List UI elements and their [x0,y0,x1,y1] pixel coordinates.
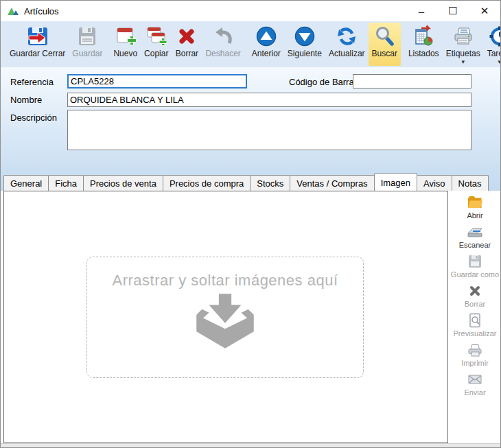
enviar-button[interactable]: Enviar [464,372,485,397]
image-panel: Arrastrar y soltar imágenes aquí [3,191,448,443]
toolbar-button-tareas[interactable]: Tareas ▾ [484,23,501,66]
tab-general[interactable]: General [3,175,49,191]
sidebar-label: Borrar [465,300,486,308]
toolbar-button-deshacer[interactable]: Deshacer [202,23,244,66]
articulos-window: Artículos – ☐ ✕ Guardar Cerrar [0,0,501,448]
next-down-icon [293,25,316,48]
borrar-imagen-button[interactable]: Borrar [465,283,486,308]
imagen-tab-content: Arrastrar y soltar imágenes aquí [1,191,501,448]
toolbar-button-etiquetas[interactable]: Etiquetas ▾ [443,23,484,66]
referencia-label: Referencia [10,77,54,87]
dropzone-text: Arrastrar y soltar imágenes aquí [87,272,363,290]
titlebar: Artículos – ☐ ✕ [1,1,500,21]
image-actions-sidebar: Abrir Escanear [450,195,500,401]
toolbar-button-anterior[interactable]: Anterior [248,23,284,66]
toolbar-button-copiar[interactable]: Copiar [141,23,172,66]
codigo-barras-label: Código de Barras [289,77,358,87]
referencia-input[interactable] [67,74,247,89]
descripcion-label: Descripción [10,113,57,123]
toolbar-button-actualizar[interactable]: Actualizar [325,23,369,66]
toolbar-label: Buscar [372,49,397,58]
toolbar-label: Actualizar [329,49,365,58]
toolbar-label: Nuevo [113,49,137,58]
toolbar-button-listados[interactable]: Listados [405,23,443,66]
toolbar-label: Listados [408,49,439,58]
abrir-button[interactable]: Abrir [467,195,483,220]
codigo-barras-input[interactable] [353,74,471,89]
close-button[interactable]: ✕ [469,1,500,21]
sidebar-label: Escanear [459,241,491,249]
sidebar-label: Imprimir [461,359,489,367]
tab-ficha[interactable]: Ficha [48,175,84,191]
search-icon [373,25,396,48]
image-dropzone[interactable]: Arrastrar y soltar imágenes aquí [86,257,364,378]
toolbar-button-buscar[interactable]: Buscar [369,23,401,66]
reports-icon [412,25,435,48]
maximize-button[interactable]: ☐ [437,1,469,21]
scanner-icon [467,224,483,239]
minimize-button[interactable]: – [406,1,437,21]
descripcion-textarea[interactable] [67,110,471,150]
tasks-clock-icon [488,25,501,48]
save-as-icon [467,254,483,269]
tab-notas[interactable]: Notas [452,175,489,191]
undo-icon [211,25,235,48]
toolbar-button-guardar-cerrar[interactable]: Guardar Cerrar [6,23,69,66]
refresh-icon [335,25,358,48]
toolbar-button-guardar[interactable]: Guardar [69,23,106,66]
window-controls: – ☐ ✕ [406,1,500,21]
toolbar: Guardar Cerrar Guardar [1,21,500,67]
new-item-icon [114,25,137,48]
mail-icon [467,372,483,387]
sidebar-label: Guardar como [451,270,499,279]
toolbar-button-borrar[interactable]: Borrar [172,23,202,66]
tab-aviso[interactable]: Aviso [417,175,452,191]
toolbar-label: Guardar [72,49,102,58]
tab-precios-de-venta[interactable]: Precios de venta [83,175,163,191]
sidebar-label: Previsualizar [454,329,497,338]
toolbar-label: Guardar Cerrar [10,49,65,58]
window-title: Artículos [24,6,59,16]
nombre-input[interactable] [67,93,471,107]
tab-precios-de-compra[interactable]: Precios de compra [163,175,250,191]
tabstrip: General Ficha Precios de venta Precios d… [3,173,488,191]
delete-x-icon [175,25,198,48]
toolbar-label: Borrar [176,49,198,58]
toolbar-label: Deshacer [205,49,240,58]
tab-stocks[interactable]: Stocks [250,175,290,191]
tab-imagen[interactable]: Imagen [374,173,417,191]
toolbar-label: Tareas [487,49,501,58]
drop-box-arrow-icon [87,292,363,355]
chevron-down-icon: ▾ [461,59,465,64]
toolbar-label: Copiar [144,49,168,58]
app-logo-icon [7,5,19,17]
labels-printer-icon [452,25,475,48]
save-icon [75,25,99,48]
previsualizar-button[interactable]: Previsualizar [454,313,497,338]
toolbar-button-siguiente[interactable]: Siguiente [284,23,325,66]
chevron-down-icon: ▾ [498,59,501,64]
toolbar-button-nuevo[interactable]: Nuevo [110,23,141,66]
form-panel: Referencia Código de Barras Nombre Descr… [1,67,501,191]
copy-icon [145,25,168,48]
guardar-como-button[interactable]: Guardar como [451,254,499,279]
toolbar-label: Siguiente [288,49,322,58]
bottom-strip [1,443,501,447]
escanear-button[interactable]: Escanear [459,224,491,249]
clear-x-icon [467,283,483,298]
sidebar-label: Enviar [464,388,485,397]
toolbar-label: Etiquetas [446,49,480,58]
open-folder-icon [467,195,483,210]
save-close-icon [26,25,49,48]
toolbar-label: Anterior [252,49,281,58]
tab-ventas-compras[interactable]: Ventas / Compras [290,175,374,191]
imprimir-button[interactable]: Imprimir [461,342,489,367]
print-icon [467,342,483,357]
preview-icon [467,313,483,328]
previous-up-icon [255,25,278,48]
sidebar-label: Abrir [467,211,482,220]
nombre-label: Nombre [10,95,42,105]
